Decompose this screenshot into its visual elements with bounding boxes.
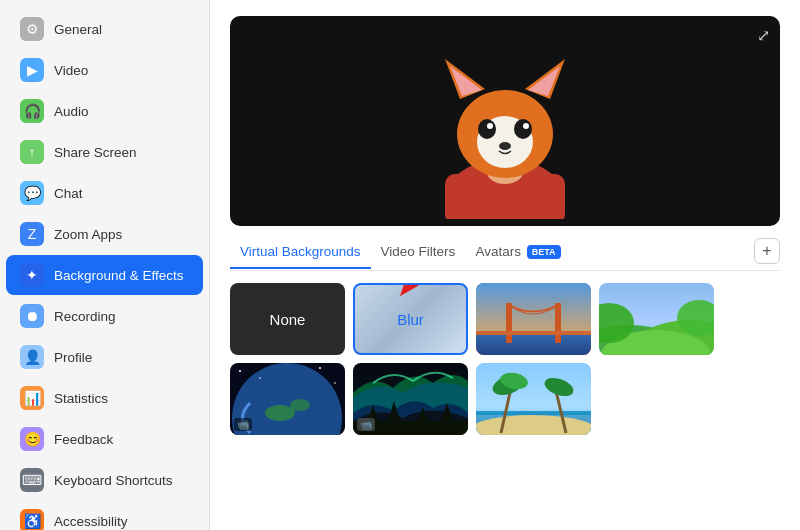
- audio-icon: 🎧: [20, 99, 44, 123]
- tab-virtual-backgrounds[interactable]: Virtual Backgrounds: [230, 240, 371, 269]
- fox-avatar: [425, 24, 585, 219]
- bridge-image: [476, 283, 591, 355]
- sidebar-item-label: Profile: [54, 350, 92, 365]
- sidebar-item-zoom-apps[interactable]: Z Zoom Apps: [6, 214, 203, 254]
- sidebar-item-label: Zoom Apps: [54, 227, 122, 242]
- arrow-indicator: [375, 283, 468, 305]
- video-preview: ⤢: [230, 16, 780, 226]
- thumbnail-aurora[interactable]: 📹: [353, 363, 468, 435]
- svg-point-32: [239, 370, 241, 372]
- sidebar-item-general[interactable]: ⚙ General: [6, 9, 203, 49]
- profile-icon: 👤: [20, 345, 44, 369]
- share-screen-icon: ↑: [20, 140, 44, 164]
- recording-icon: ⏺: [20, 304, 44, 328]
- sidebar-item-label: Recording: [54, 309, 116, 324]
- thumbnail-nature[interactable]: [599, 283, 714, 355]
- svg-point-9: [478, 119, 496, 139]
- thumbnails-row-2: 📹: [230, 363, 780, 435]
- sidebar-item-label: Keyboard Shortcuts: [54, 473, 173, 488]
- sidebar-item-label: Feedback: [54, 432, 113, 447]
- thumbnails-row-1: None Blur: [230, 283, 780, 355]
- statistics-icon: 📊: [20, 386, 44, 410]
- sidebar-item-video[interactable]: ▶ Video: [6, 50, 203, 90]
- tabs-row: Virtual Backgrounds Video Filters Avatar…: [230, 238, 780, 271]
- thumbnail-blur[interactable]: Blur: [353, 283, 468, 355]
- sidebar-item-statistics[interactable]: 📊 Statistics: [6, 378, 203, 418]
- tab-video-filters[interactable]: Video Filters: [371, 240, 466, 269]
- sidebar-item-feedback[interactable]: 😊 Feedback: [6, 419, 203, 459]
- thumbnail-beach[interactable]: [476, 363, 591, 435]
- zoom-apps-icon: Z: [20, 222, 44, 246]
- sidebar-item-label: Chat: [54, 186, 83, 201]
- sidebar-item-label: Accessibility: [54, 514, 128, 529]
- sidebar-item-accessibility[interactable]: ♿ Accessibility: [6, 501, 203, 530]
- svg-rect-20: [555, 303, 561, 343]
- sidebar-item-label: Statistics: [54, 391, 108, 406]
- sidebar: ⚙ General ▶ Video 🎧 Audio ↑ Share Screen…: [0, 0, 210, 530]
- accessibility-icon: ♿: [20, 509, 44, 530]
- sidebar-item-chat[interactable]: 💬 Chat: [6, 173, 203, 213]
- sidebar-item-label: Background & Effects: [54, 268, 184, 283]
- video-cam-icon-2: 📹: [357, 418, 375, 431]
- thumbnail-earth[interactable]: 📹: [230, 363, 345, 435]
- svg-point-12: [523, 123, 529, 129]
- sidebar-item-audio[interactable]: 🎧 Audio: [6, 91, 203, 131]
- svg-point-34: [319, 367, 321, 369]
- keyboard-shortcuts-icon: ⌨: [20, 468, 44, 492]
- svg-point-33: [259, 377, 261, 379]
- background-effects-icon: ✦: [20, 263, 44, 287]
- svg-rect-19: [506, 303, 512, 343]
- sidebar-item-label: Audio: [54, 104, 89, 119]
- thumbnails-grid: None Blur: [230, 283, 780, 514]
- general-icon: ⚙: [20, 17, 44, 41]
- sidebar-item-recording[interactable]: ⏺ Recording: [6, 296, 203, 336]
- beach-image: [476, 363, 591, 435]
- expand-icon[interactable]: ⤢: [757, 26, 770, 45]
- svg-point-11: [487, 123, 493, 129]
- chat-icon: 💬: [20, 181, 44, 205]
- svg-point-31: [290, 399, 310, 411]
- sidebar-item-label: Share Screen: [54, 145, 137, 160]
- main-content: ⤢ Virtual Backgrounds Video Filters Avat…: [210, 0, 800, 530]
- nature-image: [599, 283, 714, 355]
- svg-point-30: [265, 405, 295, 421]
- thumbnail-bridge[interactable]: [476, 283, 591, 355]
- beta-badge: BETA: [527, 245, 561, 259]
- sidebar-item-label: General: [54, 22, 102, 37]
- svg-rect-18: [476, 335, 591, 355]
- tab-avatars[interactable]: Avatars BETA: [465, 240, 570, 269]
- svg-point-35: [334, 382, 336, 384]
- sidebar-item-profile[interactable]: 👤 Profile: [6, 337, 203, 377]
- svg-rect-21: [476, 331, 591, 335]
- thumbnail-none[interactable]: None: [230, 283, 345, 355]
- sidebar-item-share-screen[interactable]: ↑ Share Screen: [6, 132, 203, 172]
- video-cam-icon: 📹: [234, 418, 252, 431]
- feedback-icon: 😊: [20, 427, 44, 451]
- sidebar-item-label: Video: [54, 63, 88, 78]
- add-background-button[interactable]: +: [754, 238, 780, 264]
- video-icon: ▶: [20, 58, 44, 82]
- sidebar-item-background-effects[interactable]: ✦ Background & Effects: [6, 255, 203, 295]
- sidebar-item-keyboard-shortcuts[interactable]: ⌨ Keyboard Shortcuts: [6, 460, 203, 500]
- svg-point-13: [499, 142, 511, 150]
- svg-line-15: [405, 283, 455, 290]
- svg-point-10: [514, 119, 532, 139]
